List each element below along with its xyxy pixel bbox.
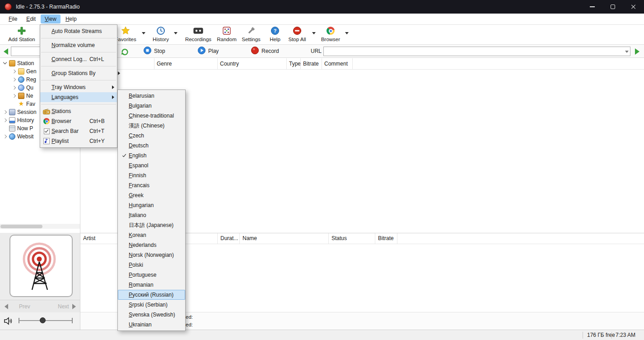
menu-item-normalize-volume[interactable]: Normalize volume [40, 40, 117, 50]
recordings-button[interactable]: Recordings [182, 26, 214, 42]
record-icon [251, 47, 259, 56]
language-item-srpski[interactable]: Srpski (Serbian) [118, 300, 185, 310]
help-button[interactable]: ? Help [267, 26, 283, 42]
add-station-button[interactable]: Add Station [4, 26, 40, 42]
language-item-greek[interactable]: Greek [118, 190, 185, 200]
language-item-korean[interactable]: Korean [118, 230, 185, 240]
minimize-button[interactable] [582, 0, 602, 14]
chevron-right-icon[interactable] [3, 134, 7, 139]
favorites-dropdown-icon[interactable] [142, 32, 145, 34]
language-item-deutsch[interactable]: Deutsch [118, 141, 185, 151]
chevron-right-icon[interactable] [3, 118, 7, 123]
url-dropdown-icon[interactable] [625, 51, 629, 53]
chevron-right-icon[interactable] [3, 110, 7, 114]
help-icon: ? [271, 26, 280, 35]
volume-slider-thumb[interactable] [40, 317, 46, 323]
column-comment[interactable]: Comment [322, 58, 353, 70]
volume-slider-track[interactable] [19, 320, 72, 321]
language-item-norsk[interactable]: Norsk (Norwegian) [118, 250, 185, 260]
menu-item-search-bar[interactable]: Search Bar Ctrl+T [40, 126, 117, 136]
nav-back-icon[interactable] [4, 48, 8, 55]
column-type[interactable]: Type [287, 58, 301, 70]
app-window: Idle - 2.75.3 - RarmaRadio File Edit Vie… [0, 0, 644, 340]
menu-file[interactable]: File [5, 14, 21, 24]
stop-all-dropdown-icon[interactable] [312, 32, 316, 34]
language-item-chinese[interactable]: 漢語 (Chinese) [118, 121, 185, 131]
menu-item-group-stations-by[interactable]: Group Stations By [40, 68, 117, 78]
language-item-italiano[interactable]: Italiano [118, 210, 185, 220]
language-item-espanol[interactable]: Espanol [118, 161, 185, 170]
settings-button[interactable]: Settings [239, 26, 263, 42]
prev-arrow-icon[interactable] [5, 304, 8, 309]
chevron-right-icon[interactable] [12, 94, 16, 98]
dice-icon [222, 26, 231, 35]
next-button[interactable]: Next [58, 303, 69, 310]
column-genre[interactable]: Genre [154, 58, 218, 70]
stop-all-button[interactable]: Stop All [285, 26, 310, 42]
language-item-finnish[interactable]: Finnish [118, 170, 185, 180]
record-button[interactable]: Record [251, 45, 279, 57]
playlist-column-bitrate[interactable]: Bitrate [375, 233, 397, 244]
language-item-belarusian[interactable]: Belarusian [118, 91, 185, 101]
add-station-icon [17, 26, 26, 35]
language-item-russian[interactable]: Русский (Russian) [118, 290, 185, 300]
language-item-bulgarian[interactable]: Bulgarian [118, 101, 185, 111]
header-divider [80, 69, 644, 70]
globe-icon [9, 133, 15, 140]
menu-edit[interactable]: Edit [22, 14, 40, 24]
language-item-francais[interactable]: Francais [118, 180, 185, 190]
menu-item-languages[interactable]: Languages [40, 92, 117, 102]
scrollbar-thumb[interactable] [0, 225, 42, 228]
menu-item-browser[interactable]: Browser Ctrl+B [40, 116, 117, 126]
speaker-icon[interactable] [3, 316, 14, 328]
language-item-hungarian[interactable]: Hungarian [118, 200, 185, 210]
app-logo-icon[interactable] [5, 3, 12, 10]
browser-dropdown-icon[interactable] [345, 32, 349, 34]
column-country[interactable]: Country [218, 58, 287, 70]
column-bitrate[interactable]: Bitrate [301, 58, 322, 70]
window-title: Idle - 2.75.3 - RarmaRadio [16, 4, 79, 10]
nav-forward-icon[interactable] [635, 48, 639, 55]
language-item-ukrainian[interactable]: Ukrainian [118, 320, 185, 330]
language-item-chinese-traditional[interactable]: Chinese-traditional [118, 111, 185, 121]
next-arrow-icon[interactable] [72, 304, 76, 309]
close-button[interactable] [623, 0, 644, 14]
radio-icon [42, 109, 51, 114]
language-item-polski[interactable]: Polski [118, 260, 185, 270]
prev-button[interactable]: Prev [19, 303, 30, 310]
refresh-icon[interactable] [120, 47, 129, 57]
stop-button[interactable]: Stop [144, 45, 165, 57]
menu-help[interactable]: Help [61, 14, 81, 24]
checkbox-checked-icon [42, 128, 51, 134]
history-button[interactable]: History [150, 26, 172, 42]
chevron-down-icon[interactable] [3, 61, 7, 66]
menu-view[interactable]: View [41, 14, 61, 24]
random-button[interactable]: Random [216, 26, 238, 42]
chevron-right-icon[interactable] [12, 77, 16, 82]
playlist-column-name[interactable]: Name [240, 233, 329, 244]
menu-item-playlist[interactable]: Playlist Ctrl+Y [40, 136, 117, 146]
language-item-japanese[interactable]: 日本語 (Japanese) [118, 220, 185, 230]
playlist-column-status[interactable]: Status [329, 233, 375, 244]
playlist-column-duration[interactable]: Durat... [218, 233, 240, 244]
tree-horizontal-scrollbar[interactable] [0, 224, 80, 229]
chevron-right-icon[interactable] [12, 69, 16, 74]
prev-next-bar: Prev Next [0, 300, 80, 312]
language-item-svenska[interactable]: Svenska (Swedish) [118, 310, 185, 320]
play-button[interactable]: Play [198, 45, 219, 57]
menu-item-auto-rotate-streams[interactable]: Auto Rotate Streams [40, 26, 117, 36]
language-item-portuguese[interactable]: Portuguese [118, 270, 185, 280]
maximize-button[interactable] [602, 0, 623, 14]
browser-button[interactable]: Browser [318, 26, 343, 42]
menu-item-tray-windows[interactable]: Tray Windows [40, 82, 117, 92]
language-item-nederlands[interactable]: Nederlands [118, 240, 185, 250]
menu-item-connect-log[interactable]: Connect Log... Ctrl+L [40, 54, 117, 64]
chevron-right-icon[interactable] [12, 85, 16, 90]
menu-item-stations[interactable]: Stations [40, 106, 117, 116]
language-item-romanian[interactable]: Romanian [118, 280, 185, 290]
history-dropdown-icon[interactable] [174, 32, 177, 34]
language-item-czech[interactable]: Czech [118, 131, 185, 141]
quality-icon [18, 85, 24, 91]
url-input[interactable] [323, 47, 630, 56]
language-item-english[interactable]: English [118, 151, 185, 161]
